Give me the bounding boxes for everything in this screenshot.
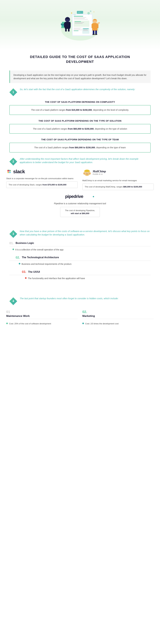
- svg-text:pipedrive: pipedrive: [65, 194, 83, 199]
- svg-rect-38: [74, 29, 80, 29]
- bullet-dot-02-1: [19, 263, 20, 264]
- svg-rect-13: [74, 16, 83, 16]
- hidden-costs-section: 01 Maintenance Work Cost: 25% of the cos…: [6, 310, 154, 325]
- slack-cost-box: The cost of developing Slack, ranges fro…: [6, 182, 78, 188]
- svg-point-67: [87, 174, 87, 174]
- svg-rect-37: [74, 28, 82, 28]
- svg-point-36: [90, 10, 91, 12]
- hidden-cost-02-label: Marketing: [82, 314, 154, 319]
- step1-block: 1 So, let's start with the fact that the…: [9, 88, 151, 96]
- key-point-03-content: The functionality and interface that the…: [9, 275, 151, 282]
- key-point-02: 02. The Technological Architecture Busin…: [9, 254, 151, 268]
- svg-point-53: [8, 172, 9, 173]
- key-point-01-content: It is a collection of the overall operat…: [9, 246, 151, 254]
- svg-rect-40: [74, 30, 78, 31]
- svg-point-59: [84, 172, 85, 174]
- hidden-cost-01-num: 01: [6, 310, 78, 314]
- step1-text: So, let's start with the fact that the c…: [20, 88, 135, 91]
- svg-point-65: [86, 173, 88, 174]
- key-point-02-num: 02.: [16, 256, 20, 259]
- svg-rect-14: [74, 17, 86, 18]
- pipedrive-logo-svg: pipedrive: [64, 193, 96, 200]
- step2-text: After understanding the most important f…: [20, 157, 151, 164]
- key-point-01-num: 01.: [9, 242, 14, 245]
- svg-rect-18: [75, 21, 81, 22]
- svg-text:★: ★: [71, 12, 73, 14]
- step4-diamond: 4: [9, 297, 17, 305]
- hero-illustration: </> </> ★ ✦: [57, 6, 103, 40]
- intro-text: Developing a SaaS application can be the…: [14, 74, 146, 80]
- pipedrive-cost-box: The cost of developing Pipedrive,will st…: [60, 207, 100, 217]
- svg-rect-20: [75, 23, 82, 24]
- svg-rect-42: [83, 28, 89, 29]
- svg-point-54: [9, 172, 11, 173]
- svg-rect-32: [92, 34, 95, 35]
- svg-point-35: [87, 12, 90, 14]
- slack-desc: Slack is a corporate messenger for on-th…: [6, 177, 78, 180]
- step2-block: 2 After understanding the most important…: [9, 157, 151, 166]
- svg-rect-55: [8, 170, 10, 171]
- cost-title-2: THE COST OF SAAS PLATFORM DEPENDING ON T…: [9, 120, 151, 122]
- cost-title-3: THE COST OF SAAS PLATFORM DEPENDING ON T…: [9, 138, 151, 141]
- key-point-02-header: 02. The Technological Architecture: [9, 254, 151, 261]
- hidden-cost-02-num: 02.: [82, 310, 154, 314]
- svg-rect-19: [75, 22, 84, 23]
- svg-point-63: [86, 172, 86, 173]
- hidden-cost-01-detail: Cost: 25% of the cost of software develo…: [6, 320, 78, 325]
- step4-block: 4 The last point that startup founders m…: [9, 297, 151, 305]
- bullet-dot-hidden-01: [6, 322, 8, 324]
- step3-diamond: 3: [9, 230, 17, 238]
- svg-rect-7: [64, 22, 66, 27]
- svg-rect-34: [97, 22, 100, 24]
- key-point-01-header: 01. Business Logic: [9, 240, 151, 246]
- key-point-01: 01. Business Logic It is a collection of…: [9, 240, 151, 254]
- svg-point-64: [88, 172, 88, 173]
- svg-rect-44: [83, 30, 88, 31]
- key-point-02-content: Business and technical requirements of t…: [9, 261, 151, 268]
- svg-rect-9: [65, 28, 67, 32]
- slack-logo: slack: [6, 169, 78, 174]
- svg-point-60: [89, 172, 90, 174]
- cost-box-2: The cost of a SaaS platform ranges from …: [9, 124, 151, 134]
- key-point-03-header: 03. The UX/UI: [9, 268, 151, 275]
- key-point-02-label: The Technological Architecture: [22, 256, 59, 259]
- hidden-cost-maintenance: 01 Maintenance Work Cost: 25% of the cos…: [6, 310, 78, 325]
- svg-rect-8: [69, 22, 71, 27]
- bullet-03-1: The functionality and interface that the…: [25, 276, 147, 280]
- step4-text: The last point that startup founders mos…: [20, 297, 118, 300]
- main-title: DETAILED GUIDE TO THE COST OF SAAS APPLI…: [19, 54, 141, 64]
- slack-col: slack Slack is a corporate messenger for…: [6, 169, 78, 190]
- hero-section: </> </> ★ ✦: [0, 0, 160, 50]
- step2-diamond: 2: [9, 158, 17, 166]
- bullet-dot-hidden-02: [82, 322, 84, 324]
- cost-title-1: THE COST OF SAAS PLATFORM DEPENDING ON C…: [9, 101, 151, 103]
- svg-point-73: [93, 196, 94, 197]
- svg-rect-16: [74, 19, 88, 20]
- hidden-cost-marketing: 02. Marketing Cost: 2/3 times the develo…: [82, 310, 154, 325]
- cost-box-1: The cost of a SaaS platform ranges from …: [9, 105, 151, 115]
- step3-text: Now that you have a clear picture of the…: [20, 230, 151, 236]
- svg-text:✦: ✦: [93, 11, 95, 13]
- svg-rect-29: [97, 24, 98, 28]
- key-point-03: 03. The UX/UI The functionality and inte…: [9, 268, 151, 287]
- svg-rect-31: [95, 30, 97, 34]
- svg-rect-15: [74, 18, 85, 18]
- bullet-dot-01-1: [13, 248, 14, 250]
- mailchimp-text: MailChimp: [93, 170, 106, 173]
- pipedrive-section: pipedrive Pipedrive is a customer relati…: [6, 193, 154, 217]
- hidden-cost-02-detail: Cost: 2/3 times the development cost: [82, 320, 154, 325]
- cost-box-3: The cost of a SaaS platform ranges from …: [9, 143, 151, 152]
- step1-diamond: 1: [9, 88, 17, 96]
- key-points-section: 01. Business Logic It is a collection of…: [9, 240, 151, 288]
- hidden-cost-01-label: Maintenance Work: [6, 314, 78, 319]
- key-point-03-num: 03.: [22, 270, 26, 274]
- apps-section: slack Slack is a corporate messenger for…: [6, 169, 154, 190]
- pipedrive-logo: pipedrive: [6, 193, 154, 201]
- key-point-03-label: The UX/UI: [28, 270, 40, 273]
- mailchimp-cost-box: The cost of developing MailChimp, ranges…: [82, 184, 154, 190]
- svg-rect-10: [68, 28, 70, 32]
- slack-icon: [6, 169, 12, 174]
- mailchimp-desc: MailChimp is an email marketing service …: [82, 179, 154, 182]
- svg-rect-30: [93, 30, 94, 34]
- bullet-dot-03-1: [25, 277, 27, 279]
